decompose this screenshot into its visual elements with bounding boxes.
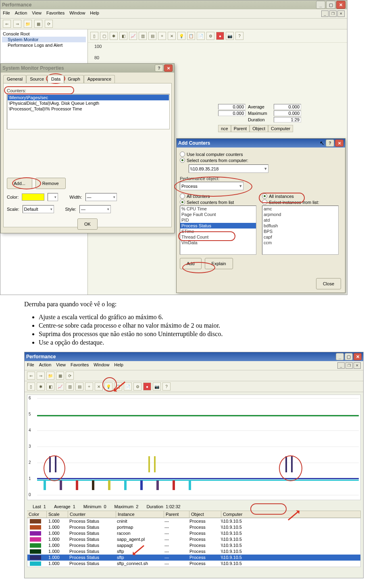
props-icon[interactable]: ⚙ [206, 32, 214, 40]
ok-button[interactable]: OK [77, 218, 98, 230]
tab-general[interactable]: General [3, 75, 26, 83]
list-item[interactable]: % CPU Time [180, 206, 256, 212]
highlight-icon[interactable]: 💡 [177, 32, 185, 40]
close-button[interactable]: ✕ [336, 1, 345, 9]
instances-list[interactable]: amc arpmond atd bdflush BPS capf ccm [262, 206, 339, 255]
color-dropdown[interactable] [48, 193, 58, 201]
list-item[interactable]: BPS [262, 229, 338, 234]
refresh-icon[interactable]: ⟳ [45, 20, 53, 28]
histogram-icon[interactable]: ▥ [139, 32, 147, 40]
table-row[interactable]: 1.000Process Statussftp---Process\\10.9.… [27, 549, 360, 555]
menu-action[interactable]: Action [39, 362, 52, 369]
tab-appearance[interactable]: Appearance [84, 75, 115, 83]
counter-item[interactable]: \PhysicalDisk(_Total)\Avg. Disk Queue Le… [8, 100, 169, 106]
paste-icon[interactable]: 📄 [124, 382, 132, 391]
counters-from-list[interactable]: % CPU Time Page Fault Count PID Process … [180, 206, 256, 255]
mdi-minimize-icon[interactable]: _ [337, 362, 345, 369]
col-scale[interactable]: Scale [47, 511, 68, 517]
radio-local[interactable] [180, 152, 185, 157]
counters-list[interactable]: \Memory\Pages/sec \PhysicalDisk(_Total)\… [7, 94, 170, 129]
menu-window[interactable]: Window [69, 10, 85, 17]
report-icon[interactable]: ▤ [75, 382, 83, 391]
snapshot-icon[interactable]: 📷 [153, 382, 161, 391]
view-icon[interactable]: ▯ [27, 382, 35, 391]
menu-action[interactable]: Action [15, 10, 27, 17]
table-row[interactable]: 1.000Process Statussftp---Process\\10.9.… [27, 555, 360, 561]
col-object[interactable]: Object [189, 511, 221, 517]
add-icon[interactable]: ＋ [158, 32, 166, 40]
table-row[interactable]: 1.000Process Statussappagt---Process\\10… [27, 542, 360, 549]
mdi-close-icon[interactable]: ✕ [354, 362, 361, 369]
view-icon[interactable]: ▢ [100, 32, 108, 40]
radio-selcounters[interactable] [180, 199, 185, 205]
menu-favorites[interactable]: Favorites [46, 10, 64, 17]
list-item[interactable]: Process Status [180, 223, 256, 229]
list-item[interactable]: arpmond [262, 212, 338, 217]
computer-combo[interactable]: \\10.89.35.218 [189, 164, 268, 173]
menu-help[interactable]: Help [90, 10, 99, 17]
toolbar-icon[interactable]: ▦ [34, 20, 42, 28]
help-icon[interactable]: ? [162, 382, 171, 391]
col-counter[interactable]: Counter [68, 511, 116, 517]
close-icon[interactable]: ✕ [335, 139, 343, 147]
col-instance[interactable]: Instance [116, 511, 164, 517]
view-icon[interactable]: ▯ [90, 32, 98, 40]
list-item[interactable]: Thread Count [180, 234, 256, 240]
menu-view[interactable]: View [32, 10, 42, 17]
add-button[interactable]: Add... [7, 178, 32, 189]
radio-selinstances[interactable] [262, 199, 267, 205]
list-item[interactable]: bdflush [262, 223, 338, 229]
col-computer[interactable]: Computer [221, 511, 361, 517]
close-button[interactable]: ✕ [354, 353, 362, 360]
menu-file[interactable]: File [3, 10, 10, 17]
chart-icon[interactable]: 📈 [56, 382, 64, 391]
copy-icon[interactable]: 📋 [187, 32, 195, 40]
add-button[interactable]: Add [180, 258, 202, 269]
counter-table-body[interactable]: 1.000Process Statuscninit---Process\\10.… [27, 518, 361, 567]
list-item[interactable]: atd [262, 217, 338, 223]
counter-item[interactable]: \Memory\Pages/sec [8, 95, 169, 100]
minimize-button[interactable]: _ [336, 353, 344, 360]
toolbar-icon[interactable]: ▦ [56, 372, 64, 380]
remove-button[interactable]: Remove [35, 178, 66, 189]
col-color[interactable]: Color [27, 511, 47, 517]
menu-file[interactable]: File [27, 362, 34, 369]
col-computer[interactable]: Computer [268, 125, 293, 132]
col-instance[interactable]: nce [218, 125, 231, 132]
help-icon[interactable]: ? [155, 64, 163, 72]
histogram-icon[interactable]: ▥ [66, 382, 74, 391]
menu-view[interactable]: View [56, 362, 66, 369]
nav-fwd-icon[interactable]: ⇒ [37, 372, 45, 380]
explain-button[interactable]: Explain [205, 258, 233, 269]
menu-window[interactable]: Window [94, 362, 109, 369]
mdi-close-icon[interactable]: ✕ [337, 10, 345, 17]
counter-item[interactable]: \Processor(_Total)\% Processor Time [8, 106, 169, 112]
tree-system-monitor[interactable]: System Monitor [2, 37, 86, 42]
menu-help[interactable]: Help [114, 362, 123, 369]
table-row[interactable]: 1.000Process Statusportmap---Process\\10… [27, 524, 360, 530]
folder-icon[interactable]: 📁 [46, 372, 54, 380]
nav-back-icon[interactable]: ⇐ [3, 20, 11, 28]
table-row[interactable]: 1.000Process Statusracoon---Process\\10.… [27, 530, 360, 536]
maximize-button[interactable]: ▢ [345, 353, 353, 360]
snapshot-icon[interactable]: 📷 [226, 32, 234, 40]
list-item[interactable]: VmData [180, 240, 256, 245]
freeze-icon[interactable]: ✱ [37, 382, 45, 391]
minimize-button[interactable]: _ [316, 1, 325, 9]
col-object[interactable]: Object [250, 125, 268, 132]
tree-console-root[interactable]: Console Root [2, 31, 86, 37]
props-icon[interactable]: ⚙ [133, 382, 141, 391]
mdi-restore-icon[interactable]: ❐ [345, 362, 353, 369]
add-icon[interactable]: ＋ [85, 382, 93, 391]
radio-allinstances[interactable] [262, 193, 267, 199]
freeze-icon[interactable]: ✱ [110, 32, 118, 40]
delete-icon[interactable]: ✕ [168, 32, 176, 40]
perfobj-combo[interactable]: Process [180, 182, 243, 190]
col-parent[interactable]: Parent [231, 125, 250, 132]
tab-source[interactable]: Source [26, 75, 48, 83]
chart-area[interactable]: 6 5 4 3 2 1 0 [27, 395, 361, 500]
delete-icon[interactable]: ✕ [95, 382, 103, 391]
table-row[interactable]: 1.000Process Statuscninit---Process\\10.… [27, 518, 360, 524]
close-icon[interactable]: ✕ [164, 64, 173, 72]
width-combo[interactable]: — [85, 193, 117, 201]
